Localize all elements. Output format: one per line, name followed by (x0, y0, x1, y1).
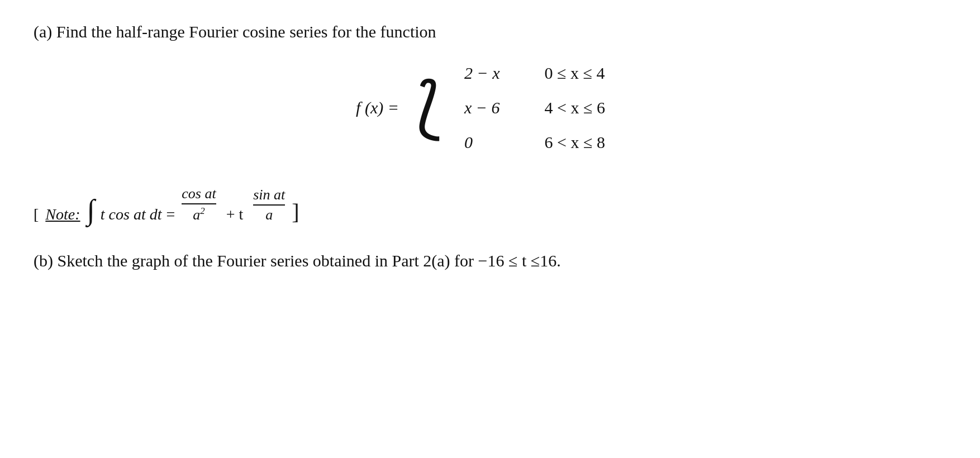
note-label-bracket: [ (34, 206, 39, 223)
case-cond-2: 4 < x ≤ 6 (545, 98, 605, 117)
case-cond-1: 0 ≤ x ≤ 4 (545, 64, 605, 83)
fraction-2-numerator: sin at (253, 187, 285, 206)
part-b-title: (b) Sketch the graph of the Fourier seri… (34, 251, 927, 270)
fraction-1-denominator: a2 (193, 204, 204, 223)
part-a-title: (a) Find the half-range Fourier cosine s… (34, 22, 927, 41)
case-expr-2: x − 6 (464, 98, 500, 117)
cases-table: 2 − x x − 6 0 0 ≤ x ≤ 4 4 < x ≤ 6 6 < x … (464, 64, 605, 152)
integral-sign: ∫ (87, 197, 95, 223)
integral-integrand: t cos at dt (101, 206, 162, 223)
fraction-1-numerator: cos at (182, 185, 216, 204)
case-expr-3: 0 (464, 133, 500, 152)
cases-conditions: 0 ≤ x ≤ 4 4 < x ≤ 6 6 < x ≤ 8 (545, 64, 605, 152)
plus-t: + t (226, 206, 244, 223)
fraction-2-denominator: a (265, 206, 273, 223)
case-expr-1: 2 − x (464, 64, 500, 83)
page-content: (a) Find the half-range Fourier cosine s… (34, 22, 927, 270)
cases-expressions: 2 − x x − 6 0 (464, 64, 500, 152)
fraction-1: cos at a2 (182, 185, 216, 223)
piecewise-section: f (x) = ⟅ 2 − x x − 6 0 0 ≤ x ≤ 4 4 < x … (34, 64, 927, 152)
fx-label: f (x) = (356, 98, 399, 117)
equals-sign: = (166, 206, 175, 223)
piecewise-container: f (x) = ⟅ 2 − x x − 6 0 0 ≤ x ≤ 4 4 < x … (356, 64, 605, 152)
note-label: Note: (45, 206, 80, 223)
big-brace: ⟅ (416, 74, 442, 141)
closing-bracket: ] (292, 201, 299, 223)
fraction-2: sin at a (253, 187, 285, 223)
integral-formula: ∫ t cos at dt = cos at a2 + t sin at a ] (87, 185, 299, 223)
note-section: [ Note: ∫ t cos at dt = cos at a2 + t si… (34, 185, 927, 223)
case-cond-3: 6 < x ≤ 8 (545, 133, 605, 152)
